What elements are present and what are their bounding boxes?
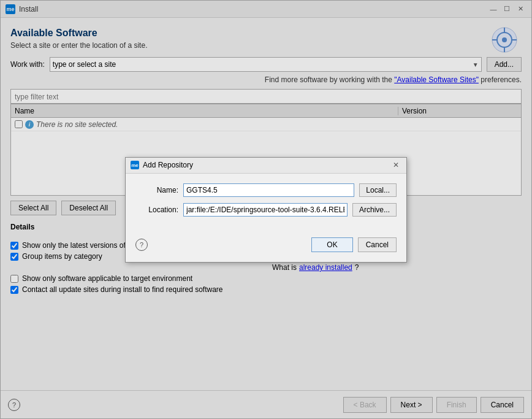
add-repository-dialog: me Add Repository ✕ Name: Local... Locat… xyxy=(125,157,407,263)
dialog-name-input[interactable] xyxy=(183,183,354,197)
dialog-cancel-button[interactable]: Cancel xyxy=(358,237,397,252)
dialog-location-input[interactable] xyxy=(183,203,348,217)
dialog-close-button[interactable]: ✕ xyxy=(390,160,401,170)
dialog-help-button[interactable]: ? xyxy=(135,239,148,251)
dialog-name-label: Name: xyxy=(135,186,178,194)
dialog-location-label: Location: xyxy=(135,206,178,214)
dialog-app-icon: me xyxy=(131,161,139,169)
dialog-location-row: Location: Archive... xyxy=(135,203,397,217)
dialog-title-bar: me Add Repository ✕ xyxy=(126,158,406,174)
dialog-local-button[interactable]: Local... xyxy=(359,183,397,197)
main-window: me Install — ☐ ✕ Available Software Sele… xyxy=(0,0,532,419)
dialog-archive-button[interactable]: Archive... xyxy=(352,203,397,217)
modal-overlay: me Add Repository ✕ Name: Local... Locat… xyxy=(1,1,531,418)
dialog-ok-button[interactable]: OK xyxy=(311,237,352,252)
dialog-title: Add Repository xyxy=(143,161,390,169)
dialog-footer: ? OK Cancel xyxy=(126,233,406,262)
dialog-name-row: Name: Local... xyxy=(135,183,397,197)
dialog-content: Name: Local... Location: Archive... xyxy=(126,174,406,233)
